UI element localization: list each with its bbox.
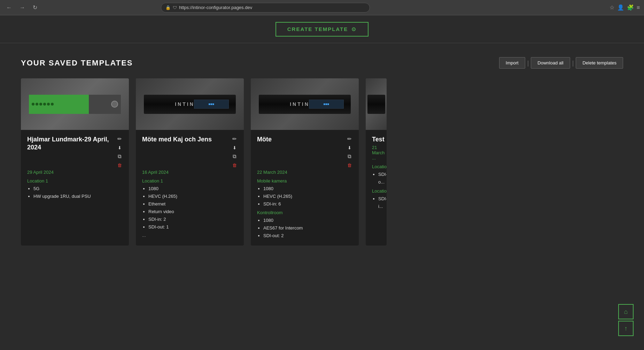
bookmark-button[interactable]: ☆ (610, 4, 614, 11)
delete-templates-button[interactable]: Delete templates (576, 57, 623, 69)
rack-screen-dark2: ■■■ (309, 100, 344, 109)
download-button[interactable] (347, 144, 352, 151)
rack-screen-text2: ■■■ (324, 102, 329, 106)
arrow-up-icon: ↑ (624, 325, 628, 332)
device-image-partial (366, 78, 387, 130)
edit-button[interactable] (232, 135, 238, 142)
download-button[interactable] (232, 144, 237, 151)
card-list-partial-2: SDI-i... (372, 195, 380, 210)
rack-screen-dark: ■■■ (194, 100, 229, 109)
device-image-dark: INTINOR ■■■ (136, 78, 244, 130)
device-image-green (21, 78, 129, 130)
back-button[interactable]: ← (4, 3, 14, 12)
card-body: Möte med Kaj och Jens 16 April 2024 Loca… (136, 130, 244, 243)
template-card-partial: Test 21 March ... Location... SDI-o... L… (366, 78, 387, 246)
menu-button[interactable]: ≡ (637, 4, 640, 11)
cards-container: Hjalmar Lundmark-29 April, 2024 29 April… (21, 78, 623, 246)
pencil-icon (117, 136, 122, 142)
list-item: SDI-out: 1 (148, 223, 238, 231)
section-title: YOUR SAVED TEMPLATES (21, 59, 133, 68)
forward-button[interactable]: → (17, 3, 27, 12)
card-body-partial: Test 21 March ... Location... SDI-o... L… (366, 130, 387, 216)
list-item: SDI-in: 2 (148, 216, 238, 223)
list-item: HEVC (H.265) (148, 193, 238, 200)
separator-2: | (572, 60, 574, 66)
rack-dot (47, 103, 50, 106)
rack-screen-text: ■■■ (209, 102, 214, 106)
device-rack-partial (367, 95, 385, 114)
rack-dot (32, 103, 34, 106)
card-list-2: 1080 AES67 for Intercom SDI-out: 2 (257, 217, 352, 240)
card-title: Möte (257, 135, 347, 143)
extensions-button[interactable]: 🧩 (627, 4, 634, 11)
edit-button[interactable] (117, 135, 123, 142)
rack-right-panel (89, 95, 121, 114)
pencil-icon (232, 136, 237, 142)
trash-icon (347, 162, 352, 168)
home-button[interactable]: ⌂ (618, 304, 634, 319)
copy-button[interactable] (117, 153, 122, 160)
rack-green-panel (29, 95, 88, 114)
card-image-partial (366, 78, 387, 130)
card-date: 22 March 2024 (257, 170, 352, 175)
edit-button[interactable] (347, 135, 352, 142)
card-title: Hjalmar Lundmark-29 April, 2024 (27, 135, 117, 152)
profile-button[interactable]: 👤 (617, 4, 624, 11)
card-title-partial: Test (372, 135, 387, 143)
card-actions (117, 135, 123, 168)
card-section-label: Location 1 (142, 178, 238, 184)
import-button[interactable]: Import (499, 57, 525, 69)
download-all-button[interactable]: Download all (531, 57, 570, 69)
copy-button[interactable] (347, 153, 352, 160)
card-list-partial: SDI-o... (372, 171, 380, 186)
browser-action-group: ☆ 👤 🧩 ≡ (610, 4, 640, 11)
rack-dot (43, 103, 46, 106)
hero-section: CREATE TEMPLATE ⊙ (0, 15, 644, 43)
download-icon (348, 145, 351, 150)
device-rack (29, 95, 121, 114)
list-item: 1080 (263, 185, 352, 193)
copy-icon (118, 153, 122, 159)
card-title-row: Möte med Kaj och Jens (142, 135, 238, 168)
url-text: https://intinor-configurator.pages.dev (179, 5, 252, 10)
security-icon: 🔒 (165, 5, 171, 10)
device-image-dark2: INTINOR ■■■ (251, 78, 359, 130)
device-rack-dark: INTINOR ■■■ (144, 95, 236, 114)
bottom-right-buttons: ⌂ ↑ (618, 304, 634, 336)
copy-button[interactable] (232, 153, 237, 160)
card-body: Hjalmar Lundmark-29 April, 2024 29 April… (21, 130, 129, 206)
delete-button[interactable] (232, 162, 238, 168)
download-button[interactable] (117, 144, 122, 151)
card-image: INTINOR ■■■ (136, 78, 244, 130)
list-item: Ethernet (148, 200, 238, 208)
create-template-button[interactable]: CREATE TEMPLATE ⊙ (276, 22, 368, 37)
trash-icon (232, 162, 237, 168)
delete-button[interactable] (117, 162, 123, 168)
card-title: Möte med Kaj och Jens (142, 135, 232, 143)
templates-header: YOUR SAVED TEMPLATES Import | Download a… (21, 57, 623, 69)
template-card: INTINOR ■■■ Möte (251, 78, 359, 246)
card-title-row: Möte (257, 135, 352, 168)
card-body: Möte 22 March 2024 Mobile kamera 1080 HE… (251, 130, 359, 246)
list-item: HEVC (H.265) (263, 193, 352, 200)
card-actions (347, 135, 352, 168)
card-more: ... (142, 233, 238, 238)
card-section-label: Location 1 (27, 178, 123, 184)
refresh-button[interactable]: ↻ (31, 3, 39, 12)
rack-dot (39, 103, 42, 106)
card-list: 5G HW upgrade 1RU, dual PSU (27, 185, 123, 200)
card-title-row: Hjalmar Lundmark-29 April, 2024 (27, 135, 123, 168)
device-rack-dark2: INTINOR ■■■ (259, 95, 351, 114)
card-image: INTINOR ■■■ (251, 78, 359, 130)
home-icon: ⌂ (624, 308, 628, 316)
scroll-top-button[interactable]: ↑ (618, 321, 634, 336)
template-card: Hjalmar Lundmark-29 April, 2024 29 April… (21, 78, 129, 246)
list-item: 1080 (263, 217, 352, 224)
list-item: SDI-i... (378, 195, 380, 210)
delete-button[interactable] (347, 162, 352, 168)
card-date: 29 April 2024 (27, 170, 123, 175)
download-icon (118, 145, 122, 150)
card-list: 1080 HEVC (H.265) Ethernet Return video … (142, 185, 238, 231)
lock-icon: 🛡 (173, 5, 177, 10)
pencil-icon (347, 136, 352, 142)
